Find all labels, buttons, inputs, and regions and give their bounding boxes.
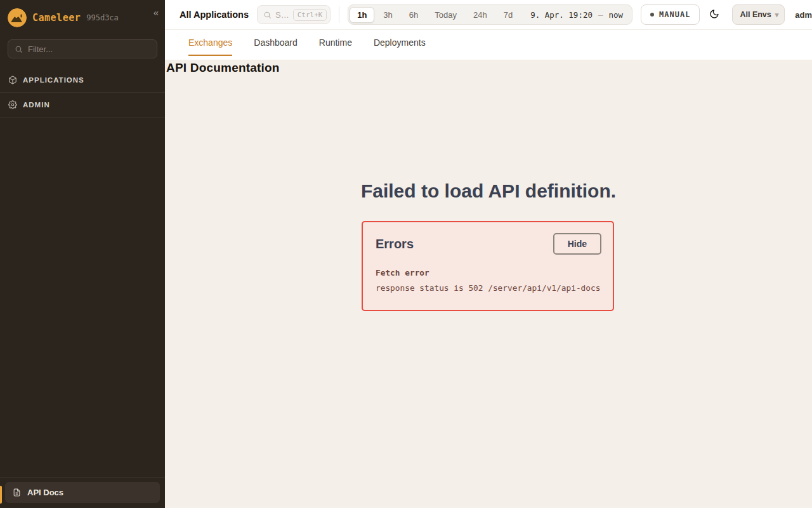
topbar: All Applications S… Ctrl+K 1h 3h 6h Toda… [165, 0, 812, 30]
env-select[interactable]: All Envs ▾ [732, 4, 785, 25]
dark-mode-toggle[interactable] [707, 5, 721, 24]
time-to: now [609, 10, 624, 20]
context-title: All Applications [180, 10, 249, 20]
package-icon [8, 76, 17, 84]
errors-panel-title: Errors [376, 237, 414, 251]
search-icon [263, 11, 272, 19]
time-separator: — [598, 10, 603, 20]
error-message: response status is 502 /server/api/v1/ap… [376, 283, 601, 293]
tab-dashboard[interactable]: Dashboard [254, 30, 298, 56]
errors-panel-header: Errors Hide [376, 233, 601, 255]
error-name: Fetch error [376, 268, 601, 277]
sidebar: Cameleer 995d3ca « APPLICATIONS ADMIN [0, 0, 165, 508]
refresh-mode-button[interactable]: MANUAL [641, 4, 700, 25]
hide-button[interactable]: Hide [553, 233, 601, 255]
errors-panel: Errors Hide Fetch error response status … [362, 221, 614, 311]
main-area: All Applications S… Ctrl+K 1h 3h 6h Toda… [165, 0, 812, 508]
sidebar-nav: APPLICATIONS ADMIN [0, 68, 165, 117]
global-search[interactable]: S… Ctrl+K [257, 5, 331, 24]
tab-deployments[interactable]: Deployments [374, 30, 426, 56]
sidebar-item-label: APPLICATIONS [23, 76, 84, 84]
time-option-7d[interactable]: 7d [496, 7, 520, 23]
time-range-display[interactable]: 9. Apr. 19:20 — now [521, 10, 631, 20]
content-area: API Documentation Failed to load API def… [165, 60, 812, 508]
camel-logo-icon [8, 8, 27, 27]
sidebar-item-admin[interactable]: ADMIN [0, 93, 165, 117]
time-option-24h[interactable]: 24h [466, 7, 495, 23]
document-icon [13, 488, 21, 497]
time-option-1h[interactable]: 1h [350, 7, 374, 23]
app-version-hash: 995d3ca [86, 13, 119, 22]
moon-icon [709, 9, 719, 21]
sidebar-filter[interactable] [8, 39, 157, 58]
refresh-mode-label: MANUAL [659, 10, 690, 19]
sidebar-item-api-docs[interactable]: API Docs [5, 482, 160, 503]
filter-input[interactable] [28, 44, 150, 54]
app-logo: Cameleer 995d3ca « [0, 0, 165, 35]
sidebar-footer: API Docs [0, 477, 165, 508]
time-option-6h[interactable]: 6h [402, 7, 426, 23]
sidebar-item-applications[interactable]: APPLICATIONS [0, 68, 165, 93]
sidebar-collapse-icon[interactable]: « [154, 7, 159, 18]
tab-runtime[interactable]: Runtime [319, 30, 352, 56]
error-item: Fetch error response status is 502 /serv… [376, 268, 601, 293]
divider [339, 6, 339, 23]
page-title: API Documentation [166, 61, 812, 75]
sidebar-item-label: ADMIN [23, 101, 50, 109]
app-name: Cameleer [32, 12, 81, 23]
user-menu[interactable]: adm [795, 10, 812, 20]
time-from: 9. Apr. 19:20 [530, 10, 593, 20]
time-option-today[interactable]: Today [427, 7, 464, 23]
status-dot-icon [650, 13, 654, 17]
chevron-down-icon: ▾ [775, 11, 779, 19]
search-placeholder: S… [275, 10, 289, 20]
search-icon [15, 45, 23, 53]
gear-icon [8, 100, 17, 109]
error-heading: Failed to load API definition. [165, 180, 812, 202]
tab-exchanges[interactable]: Exchanges [188, 30, 232, 56]
time-option-3h[interactable]: 3h [376, 7, 400, 23]
env-select-value: All Envs [740, 10, 771, 19]
sidebar-item-label: API Docs [27, 488, 63, 497]
time-range-selector: 1h 3h 6h Today 24h 7d 9. Apr. 19:20 — no… [348, 4, 632, 25]
keyboard-shortcut-badge: Ctrl+K [293, 9, 327, 21]
active-item-indicator [0, 486, 2, 504]
tab-bar: Exchanges Dashboard Runtime Deployments [165, 30, 812, 60]
